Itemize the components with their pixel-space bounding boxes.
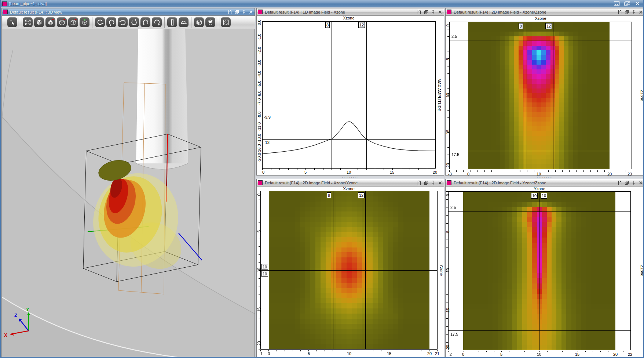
y-tick: -5.0 — [257, 81, 261, 88]
x-tick: 23 — [627, 172, 632, 176]
panel-2d-yz-header[interactable]: Default result (F14) : 2D Image Field - … — [446, 179, 644, 187]
z-minor-ticks — [446, 191, 448, 350]
view-expand-axes-button[interactable] — [80, 17, 89, 27]
view-wireframe-alt-button[interactable] — [68, 17, 78, 27]
y-tick: -13.0 — [257, 134, 261, 143]
cursor-z-17.5[interactable] — [448, 330, 631, 331]
cascade-panel-icon[interactable] — [234, 10, 239, 15]
pin-panel-icon[interactable] — [241, 10, 246, 15]
y-minor-ticks — [259, 191, 260, 350]
float-panel-icon[interactable] — [617, 10, 622, 15]
x-tick: 10 — [347, 170, 351, 174]
panel-2d-xz: Default result (F14) : 2D Image Field - … — [445, 8, 644, 176]
fit-view-button[interactable] — [23, 17, 33, 27]
cursor-y-level[interactable] — [262, 139, 436, 140]
cascade-panel-icon[interactable] — [624, 10, 629, 15]
close-panel-icon[interactable] — [437, 10, 443, 15]
measure-angle-button[interactable] — [179, 17, 189, 27]
2d-yz-chart-area[interactable]: Yzone 10 10 2.5 17.5 0 5 10 15 20 -2 0 5… — [446, 187, 644, 358]
select-pointer-button[interactable] — [7, 17, 17, 27]
cursor-y-10[interactable] — [539, 191, 539, 350]
cursor-z-2.5[interactable] — [449, 40, 632, 40]
x-tick: -3 — [448, 172, 452, 176]
clipping-plane-button[interactable] — [205, 17, 215, 27]
splitter-horizontal-right[interactable]: ········· — [445, 176, 644, 179]
close-panel-icon[interactable] — [638, 10, 643, 15]
cascade-panel-icon[interactable] — [624, 180, 629, 185]
rotate-ccw-button[interactable] — [140, 17, 150, 27]
pin-panel-icon[interactable] — [430, 10, 436, 15]
window-dock-button[interactable] — [613, 1, 621, 6]
panel-2d-xy: Default result (F14) : 2D Image Field - … — [256, 179, 444, 358]
cursor-y-10[interactable] — [260, 270, 438, 271]
2d-xz-heatmap[interactable] — [468, 22, 610, 169]
panel-3d-view: Default result (F14) : 3D view — [1, 8, 255, 357]
3d-viewport[interactable]: Y Z X — [2, 29, 255, 357]
measure-distance-button[interactable] — [167, 17, 177, 27]
cursor-x-12[interactable] — [553, 22, 553, 169]
right-axis-label: Zzone — [640, 265, 644, 276]
window-title-bar[interactable]: [beam_pipe~1+.civa] — [1, 0, 643, 7]
toolbar-separator — [191, 17, 191, 28]
y-tick: 20 — [613, 352, 618, 357]
panel-2d-xz-header[interactable]: Default result (F14) : 2D Image Field - … — [446, 8, 644, 16]
y-tick: -3.0 — [257, 60, 261, 67]
pin-panel-icon[interactable] — [430, 180, 436, 185]
section-hatching-button[interactable] — [221, 17, 231, 27]
cascade-panel-icon[interactable] — [423, 10, 429, 15]
view-wireframe-button[interactable] — [57, 17, 67, 27]
rotate-pitch-up-button[interactable] — [106, 17, 116, 27]
float-panel-icon[interactable] — [617, 180, 622, 185]
cursor-x-12[interactable] — [366, 21, 367, 169]
view-hidden-faces-button[interactable] — [45, 17, 55, 27]
cursor-label: 12 — [358, 22, 365, 28]
x-tick: 0 — [262, 170, 264, 174]
result-doc-icon — [447, 10, 451, 14]
application-window: [beam_pipe~1+.civa] Default result (F14)… — [0, 0, 644, 358]
x-tick: 20 — [607, 172, 612, 176]
panel-2d-xy-header[interactable]: Default result (F14) : 2D Image Field - … — [257, 179, 444, 187]
1d-chart-area[interactable]: Xzone 0.0 -1.0 -2.0 -3.0 -4.0 -5.0 -6.0 … — [257, 16, 444, 175]
y-tick: 0.0 — [257, 19, 261, 25]
2d-xz-chart-area[interactable]: Xzone 8 12 2.5 17.5 0 5 10 15 20 -3 0 10… — [446, 16, 644, 175]
rotate-pitch-down-button[interactable] — [95, 17, 105, 27]
cursor-x-8[interactable] — [525, 22, 525, 169]
cursor-label: 10 — [261, 264, 268, 270]
right-axis-label: MAX AMPLITUDE — [437, 79, 442, 111]
panel-1d-field: Default result (F14) : 1D Image Field - … — [256, 8, 444, 176]
float-panel-icon[interactable] — [416, 180, 422, 185]
cursor-label: 12 — [358, 192, 365, 198]
result-doc-icon — [447, 180, 451, 185]
clipping-box-button[interactable] — [194, 17, 204, 27]
result-doc-icon — [258, 180, 263, 185]
window-restore-button[interactable] — [623, 1, 631, 6]
cursor-y-peak[interactable] — [262, 121, 436, 121]
right-axis-label: Yzone — [439, 264, 444, 276]
pin-panel-icon[interactable] — [631, 10, 636, 15]
cursor-x-8[interactable] — [332, 21, 332, 169]
triad-y-label: Y — [26, 307, 29, 312]
rotate-yaw-left-button[interactable] — [129, 17, 139, 27]
pin-panel-icon[interactable] — [631, 180, 636, 185]
panel-1d-header[interactable]: Default result (F14) : 1D Image Field - … — [257, 8, 444, 16]
splitter-horizontal-middle[interactable]: ········· — [256, 176, 444, 179]
cursor-label: 8 — [327, 192, 331, 198]
cascade-panel-icon[interactable] — [423, 180, 429, 185]
float-panel-icon[interactable] — [227, 10, 233, 15]
close-panel-icon[interactable] — [437, 180, 443, 185]
float-panel-icon[interactable] — [416, 10, 422, 15]
rotate-cw-button[interactable] — [152, 17, 162, 27]
close-panel-icon[interactable] — [638, 180, 643, 185]
2d-xy-chart-area[interactable]: Xzone 8 12 10 10 0 5 10 15 20 -1 0 5 10 … — [257, 187, 444, 358]
panel-3d-title: Default result (F14) : 3D view — [10, 10, 227, 14]
x-tick: 10 — [537, 172, 541, 176]
top-axis-label: Yzone — [534, 187, 545, 191]
cursor-label: 8 — [519, 23, 523, 29]
cursor-z-2.5[interactable] — [448, 211, 631, 211]
view-solid-cube-button[interactable] — [34, 17, 44, 27]
rotate-yaw-right-button[interactable] — [118, 17, 128, 27]
panel-3d-header[interactable]: Default result (F14) : 3D view — [2, 8, 255, 16]
cursor-z-17.5[interactable] — [449, 151, 632, 151]
window-close-button[interactable] — [634, 1, 641, 6]
close-panel-icon[interactable] — [248, 10, 253, 15]
